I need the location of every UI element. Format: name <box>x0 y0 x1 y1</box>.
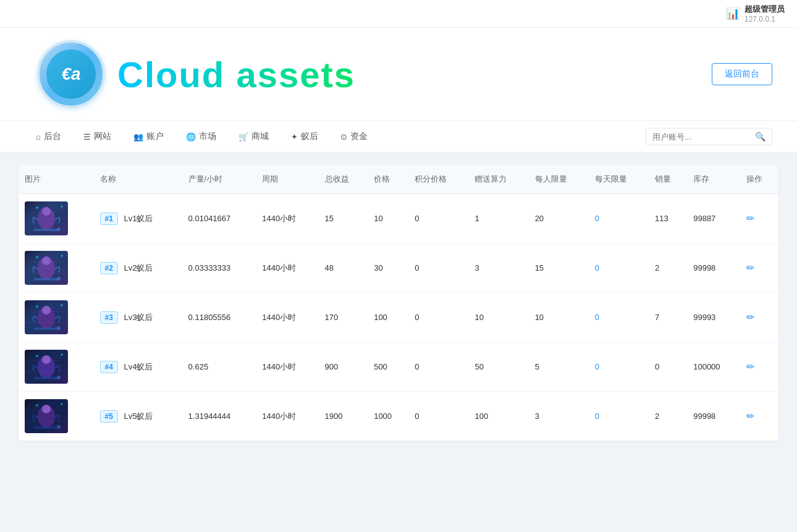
edit-button[interactable]: ✏ <box>746 263 754 273</box>
cell-image <box>19 342 94 392</box>
cell-rate: 0.01041667 <box>182 194 256 243</box>
cell-score-price: 0 <box>408 392 468 441</box>
nav-home[interactable]: ⌂ 后台 <box>25 121 72 152</box>
cell-name: #4 Lv4蚁后 <box>94 342 182 392</box>
cell-action[interactable]: ✏ <box>740 243 778 293</box>
row-name: Lv5蚁后 <box>124 412 153 421</box>
svg-point-44 <box>36 404 38 407</box>
col-per-limit: 每人限量 <box>529 165 589 194</box>
cell-cycle: 1440小时 <box>256 194 318 243</box>
row-name: Lv1蚁后 <box>124 214 153 223</box>
product-table-container: 图片 名称 产量/小时 周期 总收益 价格 积分价格 赠送算力 每人限量 每天限… <box>19 165 778 441</box>
cell-sales: 0 <box>649 342 687 392</box>
cell-sales: 113 <box>649 194 687 243</box>
nav-website-label: 网站 <box>94 131 111 142</box>
svg-point-3 <box>42 207 51 216</box>
col-score-price: 积分价格 <box>408 165 468 194</box>
nav-market-label: 市场 <box>199 131 216 142</box>
svg-rect-17 <box>34 278 59 281</box>
col-cycle: 周期 <box>256 165 318 194</box>
cell-daily-limit: 0 <box>589 342 649 392</box>
cell-score-price: 0 <box>408 243 468 293</box>
edit-button[interactable]: ✏ <box>746 312 754 323</box>
cell-cycle: 1440小时 <box>256 243 318 293</box>
row-name: Lv4蚁后 <box>124 362 153 371</box>
website-icon: ☰ <box>83 132 91 141</box>
cell-bonus: 3 <box>468 243 528 293</box>
username: 超级管理员 <box>744 4 785 15</box>
back-button[interactable]: 返回前台 <box>712 63 772 85</box>
svg-point-46 <box>61 403 63 405</box>
svg-point-13 <box>42 256 51 265</box>
cell-name: #2 Lv2蚁后 <box>94 243 182 293</box>
cell-stock: 99887 <box>687 194 740 243</box>
nav-funds-label: 资金 <box>350 131 368 142</box>
cell-price: 30 <box>368 243 408 293</box>
cell-action[interactable]: ✏ <box>740 293 778 342</box>
cell-cycle: 1440小时 <box>256 293 318 342</box>
cell-action[interactable]: ✏ <box>740 392 778 441</box>
nav-funds[interactable]: ⊙ 资金 <box>329 121 379 152</box>
cell-daily-limit: 0 <box>589 243 649 293</box>
funds-icon: ⊙ <box>340 132 347 141</box>
row-badge: #5 <box>100 410 118 423</box>
edit-button[interactable]: ✏ <box>746 213 754 224</box>
edit-button[interactable]: ✏ <box>746 361 754 372</box>
svg-point-33 <box>42 355 51 364</box>
table-row: #4 Lv4蚁后 0.625 1440小时 900 500 0 50 5 0 0… <box>19 342 778 392</box>
row-badge: #2 <box>100 262 118 274</box>
nav-account-label: 账户 <box>146 131 164 142</box>
row-badge: #1 <box>100 213 118 225</box>
cell-total: 900 <box>319 342 368 392</box>
search-box[interactable]: 🔍 <box>646 128 772 145</box>
search-input[interactable] <box>652 132 751 141</box>
edit-button[interactable]: ✏ <box>746 411 754 421</box>
cell-cycle: 1440小时 <box>256 342 318 392</box>
cell-score-price: 0 <box>408 293 468 342</box>
col-name: 名称 <box>94 165 182 194</box>
cell-stock: 99993 <box>687 293 740 342</box>
svg-point-23 <box>42 306 51 315</box>
table-row: #3 Lv3蚁后 0.11805556 1440小时 170 100 0 10 … <box>19 293 778 342</box>
nav-meihou[interactable]: ✦ 蚁后 <box>280 121 329 152</box>
nav-home-label: 后台 <box>44 131 61 142</box>
nav-market[interactable]: 🌐 市场 <box>175 121 227 152</box>
nav-website[interactable]: ☰ 网站 <box>72 121 122 152</box>
table-row: #1 Lv1蚁后 0.01041667 1440小时 15 10 0 1 20 … <box>19 194 778 243</box>
svg-point-43 <box>42 405 51 413</box>
cell-rate: 0.03333333 <box>182 243 256 293</box>
main-content: 图片 名称 产量/小时 周期 总收益 价格 积分价格 赠送算力 每人限量 每天限… <box>0 153 797 453</box>
cell-bonus: 10 <box>468 293 528 342</box>
cell-cycle: 1440小时 <box>256 392 318 441</box>
nav-account[interactable]: 👥 账户 <box>122 121 175 152</box>
cell-price: 1000 <box>368 392 408 441</box>
cell-stock: 100000 <box>687 342 740 392</box>
cell-name: #3 Lv3蚁后 <box>94 293 182 342</box>
col-sales: 销量 <box>649 165 687 194</box>
col-total: 总收益 <box>319 165 368 194</box>
cell-stock: 99998 <box>687 243 740 293</box>
col-bonus: 赠送算力 <box>468 165 528 194</box>
table-row: #5 Lv5蚁后 1.31944444 1440小时 1900 1000 0 1… <box>19 392 778 441</box>
svg-point-26 <box>61 305 63 306</box>
cell-per-limit: 5 <box>529 342 589 392</box>
nav-shop[interactable]: 🛒 商城 <box>227 121 280 152</box>
cell-image <box>19 243 94 293</box>
svg-rect-27 <box>34 327 59 330</box>
svg-rect-7 <box>34 229 59 231</box>
svg-rect-37 <box>34 377 59 379</box>
market-icon: 🌐 <box>186 132 196 141</box>
product-table: 图片 名称 产量/小时 周期 总收益 价格 积分价格 赠送算力 每人限量 每天限… <box>19 165 778 441</box>
row-name: Lv3蚁后 <box>124 313 153 322</box>
cell-price: 100 <box>368 293 408 342</box>
svg-point-6 <box>61 206 63 208</box>
cell-total: 1900 <box>319 392 368 441</box>
cell-stock: 99998 <box>687 392 740 441</box>
cell-sales: 2 <box>649 392 687 441</box>
cell-rate: 1.31944444 <box>182 392 256 441</box>
cell-action[interactable]: ✏ <box>740 342 778 392</box>
account-icon: 👥 <box>133 132 143 141</box>
cell-bonus: 100 <box>468 392 528 441</box>
user-icon: 📊 <box>726 7 740 20</box>
cell-action[interactable]: ✏ <box>740 194 778 243</box>
